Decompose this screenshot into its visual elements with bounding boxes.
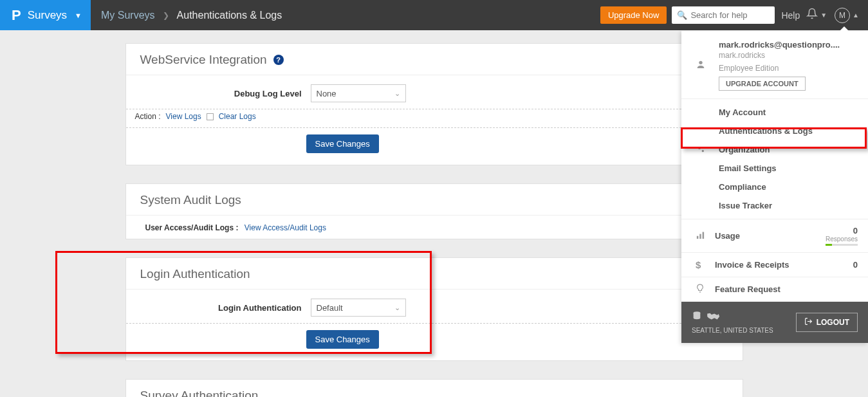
menu-compliance[interactable]: Compliance [681,178,868,196]
clear-logs-checkbox[interactable] [207,113,214,120]
menu-auth-logs[interactable]: Authentications & Logs [681,122,868,140]
help-link[interactable]: Help [781,10,800,21]
panel-login-auth: Login Authentication Login Authenticatio… [125,257,743,361]
user-avatar[interactable]: M [835,8,850,23]
dollar-icon: $ [696,259,715,270]
brand-label: Surveys [28,9,67,22]
svg-rect-5 [703,232,705,239]
menu-usage[interactable]: Usage 0 Responses [681,219,868,253]
bars-icon [696,230,715,242]
upgrade-account-button[interactable]: UPGRADE ACCOUNT [719,77,806,91]
location-text: SEATTLE, UNITED STATES [692,327,773,334]
dropdown-arrow-icon [840,26,849,31]
logout-button[interactable]: LOGOUT [796,313,858,332]
svg-point-2 [702,150,704,152]
svg-rect-3 [697,235,699,238]
svg-point-1 [698,147,701,149]
caret-up-icon: ▲ [853,12,859,19]
debug-log-level-select[interactable]: None ⌄ [311,84,406,102]
clear-logs-link[interactable]: Clear Logs [219,112,256,121]
audit-row: User Access/Audit Logs : View Access/Aud… [126,215,743,239]
breadcrumb-current: Authentications & Logs [177,10,282,21]
dropdown-edition: Employee Edition [719,64,858,73]
usage-bar [826,244,858,246]
login-auth-label: Login Authentication [140,303,311,313]
panel-title-webservice: WebService Integration ? [126,44,743,75]
dropdown-footer: SEATTLE, UNITED STATES LOGOUT [681,302,868,343]
search-icon: 🔍 [677,10,687,20]
lightbulb-icon [696,284,715,295]
menu-email-settings[interactable]: Email Settings [681,159,868,178]
help-icon[interactable]: ? [273,55,284,65]
view-audit-logs-link[interactable]: View Access/Audit Logs [245,223,326,232]
save-login-auth-button[interactable]: Save Changes [306,330,379,349]
caret-down-icon: ▼ [75,12,82,19]
brand-menu[interactable]: P Surveys ▼ [0,0,91,30]
top-nav: P Surveys ▼ My Surveys ❯ Authentications… [0,0,868,30]
user-icon [696,59,706,72]
panel-title-login: Login Authentication [126,258,743,289]
chevron-down-icon: ⌄ [394,304,400,312]
panel-title-audit: System Audit Logs [126,184,743,215]
debug-log-level-label: Debug Log Level [140,89,311,98]
logo-icon: P [12,7,21,24]
database-icon [692,311,702,324]
search-input[interactable] [690,10,770,20]
menu-invoice[interactable]: $ Invoice & Receipts 0 [681,253,868,277]
chevron-down-icon: ⌄ [394,89,400,98]
bell-icon[interactable] [806,8,818,23]
view-logs-link[interactable]: View Logs [166,112,201,121]
gears-icon [696,144,706,156]
logout-icon [804,317,813,328]
dropdown-user-section: mark.rodricks@questionpro.... mark.rodri… [681,31,868,99]
caret-down-icon: ▼ [820,12,827,19]
chevron-right-icon: ❯ [163,11,169,20]
breadcrumb: My Surveys ❯ Authentications & Logs [91,0,292,30]
login-auth-select[interactable]: Default ⌄ [311,299,406,317]
menu-issue-tracker[interactable]: Issue Tracker [681,196,868,215]
breadcrumb-my-surveys[interactable]: My Surveys [101,10,155,21]
search-input-wrapper[interactable]: 🔍 [672,6,775,24]
panel-survey-auth: Survey Authentication [125,379,743,397]
dropdown-email: mark.rodricks@questionpro.... [719,40,858,50]
dropdown-username: mark.rodricks [719,51,858,60]
map-icon [706,311,720,324]
panel-webservice: WebService Integration ? Debug Log Level… [125,43,743,165]
panel-title-survey-auth: Survey Authentication [126,380,743,397]
menu-feature-request[interactable]: Feature Request [681,277,868,302]
panel-audit: System Audit Logs User Access/Audit Logs… [125,183,743,239]
save-webservice-button[interactable]: Save Changes [306,134,379,153]
action-row: Action : View Logs Clear Logs [126,109,743,128]
menu-my-account[interactable]: My Account [681,103,868,122]
upgrade-now-button[interactable]: Upgrade Now [600,6,667,24]
dropdown-settings-section: My Account Authentications & Logs Organi… [681,99,868,219]
menu-organization[interactable]: Organization [681,140,868,159]
svg-rect-4 [699,234,701,239]
user-dropdown: mark.rodricks@questionpro.... mark.rodri… [681,31,868,343]
svg-point-0 [699,61,702,64]
